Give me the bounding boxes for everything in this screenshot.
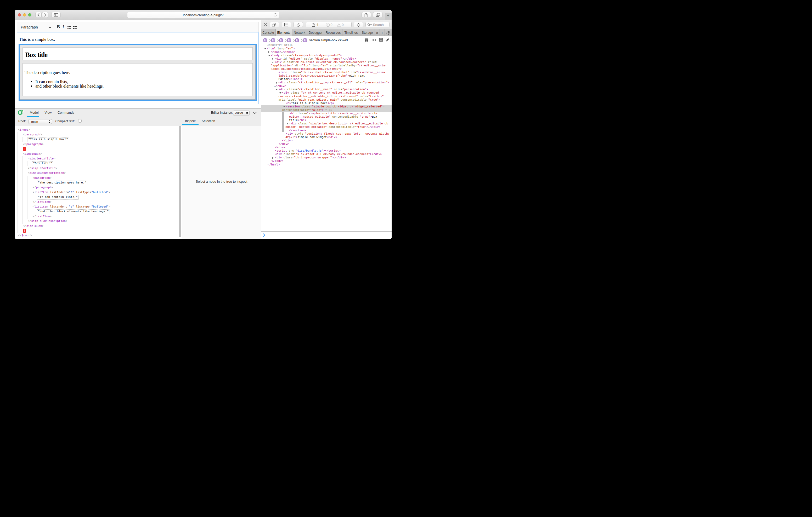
- svg-text:1: 1: [67, 26, 68, 27]
- svg-text:2: 2: [67, 28, 68, 30]
- svg-text:5: 5: [22, 110, 23, 112]
